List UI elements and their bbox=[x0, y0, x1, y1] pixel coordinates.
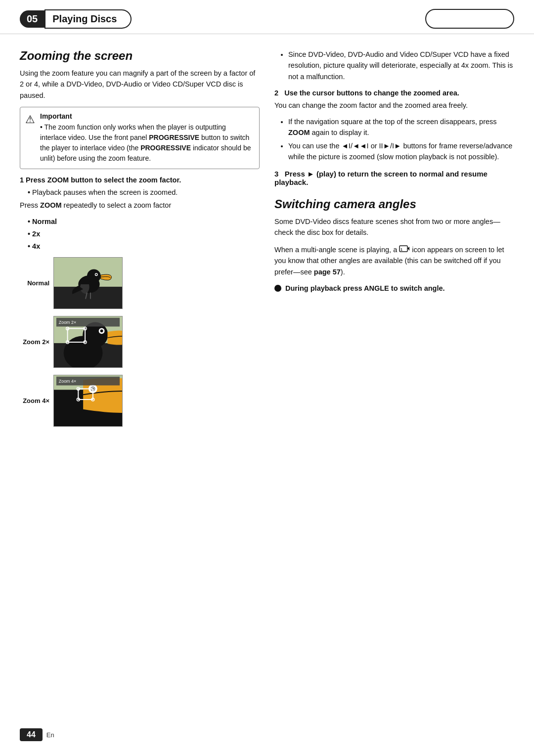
action-bullet: During playback press ANGLE to switch an… bbox=[274, 283, 514, 294]
step3-title: 3 Press ► (play) to return the screen to… bbox=[274, 170, 514, 186]
svg-point-14 bbox=[100, 330, 103, 333]
zoom-row-4x: Zoom 4× Zoom bbox=[20, 375, 260, 427]
intro-text: Using the zoom feature you can magnify a… bbox=[20, 68, 260, 101]
important-box: ⚠ Important • The zoom function only wor… bbox=[20, 107, 260, 169]
chapter-number: 05 bbox=[20, 10, 44, 28]
step2-bullets: If the navigation square at the top of t… bbox=[274, 116, 514, 163]
multiangle-svg: 1 bbox=[399, 244, 410, 253]
important-content: Important • The zoom function only works… bbox=[40, 112, 252, 164]
zoom-options-list: Normal 2x 4x bbox=[20, 216, 260, 252]
zoom-option-2x: 2x bbox=[28, 228, 260, 240]
right-dvd-bullet: Since DVD-Video, DVD-Audio and Video CD/… bbox=[274, 49, 514, 82]
page-language: En bbox=[46, 731, 54, 739]
toucan-normal-svg bbox=[54, 257, 122, 309]
section2-body: When a multi-angle scene is playing, a 1… bbox=[274, 243, 514, 277]
step1-bullet: Playback pauses when the screen is zoome… bbox=[28, 187, 260, 198]
action-circle-icon bbox=[274, 285, 281, 292]
step1-press: Press ZOOM repeatedly to select a zoom f… bbox=[20, 200, 260, 211]
content-area: Zooming the screen Using the zoom featur… bbox=[0, 34, 534, 444]
step1-bullets: Playback pauses when the screen is zoome… bbox=[20, 187, 260, 198]
section-title-zoom: Zooming the screen bbox=[20, 49, 260, 63]
warning-icon: ⚠ bbox=[25, 113, 35, 126]
zoom-option-normal: Normal bbox=[28, 216, 260, 228]
zoom-img-normal bbox=[53, 257, 123, 309]
toucan-zoom4-svg: Zoom 4× bbox=[54, 375, 122, 427]
step2-bullet2: You can use the ◄I/◄◄I or II►/I► buttons… bbox=[288, 140, 514, 163]
switching-section: Switching camera angles Some DVD-Video d… bbox=[274, 197, 514, 294]
left-column: Zooming the screen Using the zoom featur… bbox=[20, 49, 260, 434]
dvd-quality-note: Since DVD-Video, DVD-Audio and Video CD/… bbox=[288, 49, 514, 82]
zoom-label-4x: Zoom 4× bbox=[20, 397, 49, 404]
svg-point-4 bbox=[87, 269, 101, 283]
zoom-row-2x: Zoom 2× bbox=[20, 316, 260, 368]
page-number: 44 bbox=[20, 728, 43, 741]
step1-title: 1 Press ZOOM button to select the zoom f… bbox=[20, 176, 260, 184]
right-column: Since DVD-Video, DVD-Audio and Video CD/… bbox=[274, 49, 514, 434]
header-right-pill bbox=[425, 9, 514, 29]
step2-body: You can change the zoom factor and the z… bbox=[274, 100, 514, 111]
zoom-images: Normal bbox=[20, 257, 260, 427]
svg-text:Zoom 2×: Zoom 2× bbox=[59, 320, 76, 325]
important-label: Important bbox=[40, 112, 252, 120]
svg-point-6 bbox=[95, 274, 97, 275]
action-text: During playback press ANGLE to switch an… bbox=[285, 283, 445, 294]
important-body: • The zoom function only works when the … bbox=[40, 122, 252, 164]
zoom-row-normal: Normal bbox=[20, 257, 260, 309]
section2-intro: Some DVD-Video discs feature scenes shot… bbox=[274, 216, 514, 238]
section2-title: Switching camera angles bbox=[274, 197, 514, 211]
step2-bullet1: If the navigation square at the top of t… bbox=[288, 116, 514, 138]
multiangle-icon: 1 bbox=[399, 244, 410, 256]
zoom-option-4x: 4x bbox=[28, 240, 260, 253]
svg-text:Zoom 4×: Zoom 4× bbox=[59, 379, 76, 384]
page-footer: 44 En bbox=[0, 728, 534, 741]
step2-title: 2 Use the cursor buttons to change the z… bbox=[274, 89, 514, 97]
svg-text:1: 1 bbox=[400, 248, 402, 251]
page-header: 05 Playing Discs bbox=[0, 0, 534, 34]
zoom-img-2x: Zoom 2× bbox=[53, 316, 123, 368]
zoom-label-normal: Normal bbox=[20, 279, 49, 287]
zoom-img-4x: Zoom 4× bbox=[53, 375, 123, 427]
chapter-title: Playing Discs bbox=[44, 9, 132, 29]
toucan-zoom2-svg: Zoom 2× bbox=[54, 316, 122, 368]
zoom-label-2x: Zoom 2× bbox=[20, 338, 49, 346]
